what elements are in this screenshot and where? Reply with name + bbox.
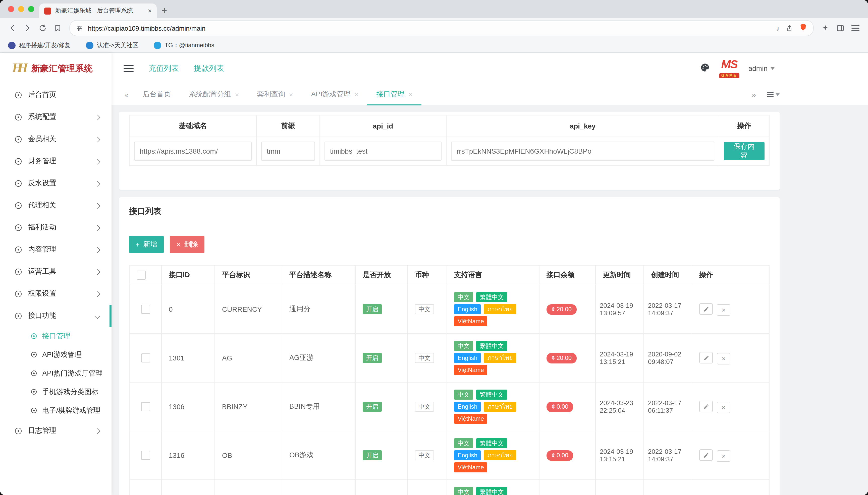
delete-button[interactable]: × 删除 <box>170 236 204 253</box>
page-tab[interactable]: 接口管理× <box>367 84 421 105</box>
withdraw-list-link[interactable]: 提款列表 <box>194 64 224 73</box>
save-button[interactable]: 保存内容 <box>724 142 765 160</box>
add-button[interactable]: + 新增 <box>129 236 164 253</box>
close-tab-icon[interactable]: × <box>148 7 152 15</box>
collapse-sidebar-icon[interactable] <box>123 65 134 72</box>
sidebar-item[interactable]: 反水设置 <box>0 172 112 194</box>
close-icon[interactable]: × <box>289 91 293 98</box>
media-control-icon[interactable]: ♪ <box>776 24 780 32</box>
sidebar-subitem[interactable]: API热门游戏厅管理 <box>0 364 112 382</box>
cell-platform-name: BBIN专用 <box>282 382 355 431</box>
share-icon[interactable] <box>786 24 793 32</box>
status-badge: 开启 <box>363 450 382 461</box>
bookmark-favicon <box>86 41 93 49</box>
edit-row-button[interactable] <box>699 352 713 363</box>
user-menu[interactable]: admin <box>749 64 774 72</box>
select-all-checkbox[interactable] <box>137 271 146 280</box>
page-tab[interactable]: API游戏管理× <box>302 84 367 105</box>
column-header[interactable]: 平台描述名称 <box>282 265 355 285</box>
browser-menu-icon[interactable] <box>848 21 863 36</box>
column-header[interactable]: 接口ID <box>162 265 215 285</box>
bookmark-item[interactable]: 程序搭建/开发/修复 <box>8 41 70 49</box>
bookmark-item[interactable]: 认准->天美社区 <box>86 41 138 49</box>
cell-interface-id: 1321 <box>162 480 215 495</box>
sidebar-item[interactable]: 运营工具 <box>0 260 112 283</box>
forward-icon[interactable] <box>20 21 35 36</box>
tabs-scroll-left-icon[interactable]: « <box>119 90 134 99</box>
sidebar-item[interactable]: 后台首页 <box>0 84 112 106</box>
sidebar-item[interactable]: 会员相关 <box>0 128 112 150</box>
page-tab[interactable]: 套利查询× <box>248 84 302 105</box>
delete-row-button[interactable]: × <box>717 450 730 462</box>
reload-icon[interactable] <box>35 21 50 36</box>
sidebar-item[interactable]: 财务管理 <box>0 150 112 172</box>
close-icon[interactable]: × <box>355 91 358 98</box>
api-key-input[interactable] <box>451 141 714 161</box>
prefix-input[interactable] <box>261 141 315 161</box>
edit-row-button[interactable] <box>699 400 713 412</box>
edit-row-button[interactable] <box>699 303 713 315</box>
browser-tab[interactable]: 新豪汇娱乐城 - 后台管理系统 × <box>39 3 157 18</box>
column-header[interactable]: 平台标识 <box>215 265 282 285</box>
column-header[interactable]: 是否开放 <box>355 265 407 285</box>
delete-row-button[interactable]: × <box>717 353 730 364</box>
sidebar-subitem[interactable]: 接口管理 <box>0 327 112 345</box>
tabs-scroll-right-icon[interactable]: » <box>752 90 756 99</box>
back-icon[interactable] <box>5 21 20 36</box>
sidebar-item[interactable]: 福利活动 <box>0 216 112 238</box>
minimize-window-button[interactable] <box>18 6 24 12</box>
leo-ai-icon[interactable] <box>818 21 833 36</box>
sidebar-item[interactable]: 接口功能 <box>0 305 112 327</box>
row-checkbox[interactable] <box>141 354 150 363</box>
column-header[interactable]: 币种 <box>407 265 447 285</box>
sidebar-toggle-icon[interactable] <box>833 21 848 36</box>
bookmark-icon[interactable] <box>50 21 65 36</box>
delete-row-button[interactable]: × <box>717 304 730 315</box>
column-header[interactable]: 接口余额 <box>539 265 596 285</box>
edit-row-button[interactable] <box>699 449 713 461</box>
app-logo[interactable]: HH 新豪汇管理系统 <box>0 53 112 84</box>
zoom-window-button[interactable] <box>28 6 34 12</box>
column-header[interactable]: 创建时间 <box>644 265 692 285</box>
sidebar-subitem[interactable]: 手机游戏分类图标 <box>0 382 112 401</box>
theme-palette-icon[interactable] <box>700 62 710 74</box>
column-header[interactable]: 更新时间 <box>596 265 644 285</box>
deposit-list-link[interactable]: 充值列表 <box>149 64 179 73</box>
language-badge: 繁體中文 <box>476 439 507 448</box>
sidebar-item[interactable]: 代理相关 <box>0 194 112 216</box>
site-settings-icon[interactable] <box>76 24 83 32</box>
form-col-header: 基础域名 <box>129 115 256 137</box>
delete-row-button[interactable]: × <box>717 402 730 413</box>
sidebar-nav: 后台首页系统配置会员相关财务管理反水设置代理相关福利活动内容管理运营工具权限设置… <box>0 84 112 442</box>
column-header[interactable]: 支持语言 <box>447 265 539 285</box>
close-icon[interactable]: × <box>235 91 239 98</box>
bookmark-item[interactable]: TG：@tianmeibbs <box>153 41 214 49</box>
tabs-menu-icon[interactable] <box>767 92 780 97</box>
row-checkbox[interactable] <box>141 403 150 411</box>
address-bar[interactable]: https://caipiao109.timibbs.cc/admin/main… <box>69 20 814 36</box>
sidebar-item[interactable]: 内容管理 <box>0 238 112 260</box>
new-tab-button[interactable]: + <box>162 5 167 16</box>
api-id-input[interactable] <box>324 141 441 161</box>
close-icon[interactable]: × <box>408 91 412 98</box>
brave-shields-icon[interactable] <box>799 23 807 33</box>
row-checkbox[interactable] <box>141 305 150 314</box>
table-row: 0CURRENCY通用分开启中文中文繁體中文EnglishภาษาไทยViệt… <box>129 285 769 334</box>
language-badge: 繁體中文 <box>476 390 507 400</box>
sidebar-item[interactable]: 日志管理 <box>0 420 112 442</box>
table-row: 1316OBOB游戏开启中文中文繁體中文EnglishภาษาไทยViệtNa… <box>129 431 769 480</box>
bookmark-label: TG：@tianmeibbs <box>165 41 214 49</box>
page-tab[interactable]: 系统配置分组× <box>180 84 248 105</box>
base-domain-input[interactable] <box>134 141 252 161</box>
username: admin <box>749 64 768 72</box>
bookmark-favicon <box>153 41 161 49</box>
sidebar-subitem[interactable]: API游戏管理 <box>0 345 112 364</box>
sidebar-item[interactable]: 系统配置 <box>0 106 112 128</box>
window-controls <box>8 6 34 12</box>
sidebar-item[interactable]: 权限设置 <box>0 283 112 305</box>
sidebar-subitem[interactable]: 电子/棋牌游戏管理 <box>0 401 112 420</box>
page-tab[interactable]: 后台首页 <box>134 84 180 105</box>
row-checkbox[interactable] <box>141 451 150 460</box>
close-window-button[interactable] <box>8 6 14 12</box>
column-header[interactable]: 操作 <box>692 265 769 285</box>
